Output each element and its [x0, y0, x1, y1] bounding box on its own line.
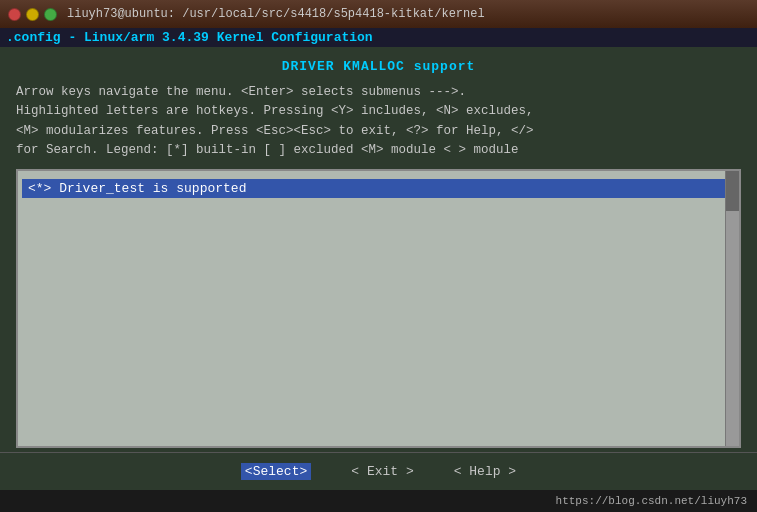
- exit-button[interactable]: < Exit >: [351, 464, 413, 479]
- instruction-line-2: Highlighted letters are hotkeys. Pressin…: [16, 102, 741, 121]
- title-bar: liuyh73@ubuntu: /usr/local/src/s4418/s5p…: [0, 0, 757, 28]
- instruction-line-1: Arrow keys navigate the menu. <Enter> se…: [16, 83, 741, 102]
- window-controls: [8, 8, 57, 21]
- close-button[interactable]: [8, 8, 21, 21]
- list-item[interactable]: <*> Driver_test is supported: [22, 179, 735, 198]
- menu-bar: .config - Linux/arm 3.4.39 Kernel Config…: [0, 28, 757, 47]
- help-button[interactable]: < Help >: [454, 464, 516, 479]
- window-title: liuyh73@ubuntu: /usr/local/src/s4418/s5p…: [67, 7, 485, 21]
- header-section: DRIVER KMALLOC support: [16, 57, 741, 75]
- menu-box[interactable]: <*> Driver_test is supported: [16, 169, 741, 449]
- instructions: Arrow keys navigate the menu. <Enter> se…: [16, 83, 741, 161]
- watermark-bar: https://blog.csdn.net/liuyh73: [0, 490, 757, 512]
- menu-bar-text: .config - Linux/arm 3.4.39 Kernel Config…: [6, 30, 373, 45]
- terminal-body: DRIVER KMALLOC support Arrow keys naviga…: [0, 47, 757, 490]
- select-button[interactable]: <Select>: [241, 463, 311, 480]
- watermark-text: https://blog.csdn.net/liuyh73: [556, 495, 747, 507]
- maximize-button[interactable]: [44, 8, 57, 21]
- menu-item-text: <*> Driver_test is supported: [28, 181, 246, 196]
- instruction-line-3: <M> modularizes features. Press <Esc><Es…: [16, 122, 741, 141]
- header-title: DRIVER KMALLOC support: [282, 59, 476, 74]
- instruction-line-4: for Search. Legend: [*] built-in [ ] exc…: [16, 141, 741, 160]
- scrollbar-thumb[interactable]: [726, 171, 740, 211]
- scrollbar[interactable]: [725, 171, 739, 447]
- minimize-button[interactable]: [26, 8, 39, 21]
- window: liuyh73@ubuntu: /usr/local/src/s4418/s5p…: [0, 0, 757, 512]
- content-area: DRIVER KMALLOC support Arrow keys naviga…: [0, 47, 757, 452]
- bottom-bar: <Select> < Exit > < Help >: [0, 452, 757, 490]
